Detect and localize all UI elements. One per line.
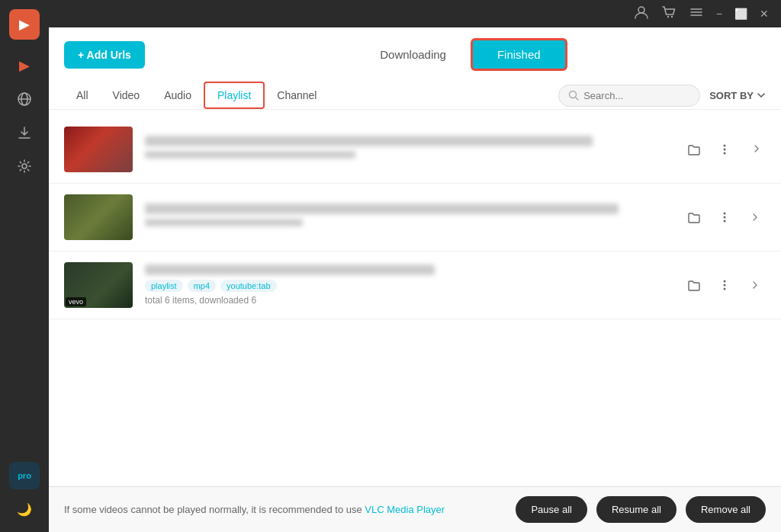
more-icon[interactable] — [714, 207, 735, 228]
sidebar-item-settings[interactable] — [11, 152, 38, 180]
filter-playlist[interactable]: Playlist — [204, 82, 265, 109]
bottom-message-text: If some videos cannot be played normally… — [64, 504, 362, 515]
add-urls-button[interactable]: + Add Urls — [64, 41, 145, 69]
item-tags: playlist mp4 youtube:tab — [145, 280, 671, 292]
app-logo[interactable]: ▶ — [9, 9, 40, 40]
svg-line-12 — [576, 98, 579, 101]
filter-audio[interactable]: Audio — [152, 83, 204, 107]
svg-point-7 — [671, 15, 673, 17]
search-container — [558, 85, 700, 107]
svg-point-21 — [724, 288, 726, 290]
expand-icon[interactable] — [744, 139, 766, 160]
svg-point-16 — [724, 213, 726, 215]
close-button[interactable]: ✕ — [760, 8, 769, 20]
sidebar-item-play[interactable]: ▶ — [11, 52, 38, 79]
content-area: + Add Urls Downloading Finished All Vide… — [49, 27, 781, 532]
filter-tabs: All Video Audio Playlist Channel — [64, 82, 329, 109]
svg-point-17 — [724, 216, 726, 219]
item-subtitle-1 — [145, 151, 355, 159]
filter-all[interactable]: All — [64, 83, 101, 107]
expand-icon[interactable] — [744, 207, 766, 228]
remove-all-button[interactable]: Remove all — [686, 496, 766, 523]
item-meta-3: total 6 items, downloaded 6 — [145, 295, 671, 306]
resume-all-button[interactable]: Resume all — [596, 496, 677, 523]
svg-point-18 — [724, 220, 726, 223]
tag-youtube: youtube:tab — [220, 280, 277, 292]
thumbnail-1 — [64, 127, 133, 172]
status-tabs: Downloading Finished — [157, 38, 766, 71]
svg-point-20 — [724, 284, 726, 287]
sidebar-item-globe[interactable] — [11, 85, 38, 113]
vlc-link[interactable]: VLC Media Player — [365, 504, 445, 515]
item-title-1 — [145, 136, 593, 146]
sort-label: SORT BY — [709, 90, 754, 101]
sidebar-item-download[interactable] — [11, 119, 38, 146]
tag-playlist: playlist — [145, 280, 183, 292]
item-actions-1 — [683, 139, 766, 160]
folder-icon[interactable] — [683, 274, 705, 296]
list-item: vevo playlist mp4 youtube:tab total 6 it… — [49, 252, 781, 319]
expand-icon[interactable] — [744, 274, 766, 296]
svg-point-4 — [22, 164, 27, 168]
bottom-bar: If some videos cannot be played normally… — [49, 486, 781, 532]
content-header: + Add Urls Downloading Finished All Vide… — [49, 27, 781, 110]
thumbnail-3: vevo — [64, 262, 133, 308]
cart-icon[interactable] — [661, 5, 677, 24]
more-icon[interactable] — [714, 139, 735, 160]
menu-icon[interactable] — [689, 5, 704, 24]
search-input[interactable] — [583, 90, 690, 101]
sidebar-item-theme[interactable]: 🌙 — [11, 495, 38, 523]
svg-point-5 — [638, 7, 644, 13]
header-top: + Add Urls Downloading Finished — [64, 38, 766, 71]
tag-mp4: mp4 — [188, 280, 216, 292]
search-icon — [568, 90, 579, 101]
svg-point-6 — [667, 15, 669, 17]
list-item — [49, 184, 781, 252]
sort-button[interactable]: SORT BY — [709, 90, 766, 101]
tab-finished[interactable]: Finished — [471, 38, 567, 71]
logo-icon: ▶ — [19, 16, 30, 33]
item-title-2 — [145, 204, 619, 214]
chevron-down-icon — [757, 91, 766, 100]
item-subtitle-2 — [145, 219, 303, 226]
filter-row: All Video Audio Playlist Channel — [64, 82, 766, 109]
thumbnail-2 — [64, 194, 133, 240]
search-sort-area: SORT BY — [558, 85, 766, 107]
item-actions-3 — [683, 274, 766, 296]
maximize-button[interactable]: ⬜ — [734, 8, 747, 20]
sidebar: ▶ ▶ pro 🌙 — [0, 0, 49, 532]
tab-downloading[interactable]: Downloading — [355, 38, 471, 71]
user-icon[interactable] — [634, 5, 649, 24]
items-list: vevo playlist mp4 youtube:tab total 6 it… — [49, 110, 781, 486]
item-info-2 — [145, 204, 671, 231]
pause-all-button[interactable]: Pause all — [516, 496, 587, 523]
thumb-label: vevo — [66, 297, 86, 306]
sidebar-bottom: pro 🌙 — [9, 462, 40, 523]
main-content: − ⬜ ✕ + Add Urls Downloading Finished Al… — [49, 0, 781, 532]
filter-channel[interactable]: Channel — [265, 83, 329, 107]
more-icon[interactable] — [714, 274, 735, 296]
pro-badge[interactable]: pro — [9, 462, 40, 489]
item-info-3: playlist mp4 youtube:tab total 6 items, … — [145, 264, 671, 306]
svg-point-19 — [724, 280, 726, 283]
svg-point-15 — [724, 152, 726, 155]
folder-icon[interactable] — [683, 139, 705, 160]
bottom-message: If some videos cannot be played normally… — [64, 504, 506, 515]
minimize-button[interactable]: − — [716, 8, 722, 20]
item-actions-2 — [683, 207, 766, 228]
item-info-1 — [145, 136, 671, 163]
filter-video[interactable]: Video — [101, 83, 153, 107]
item-title-3 — [145, 264, 435, 275]
folder-icon[interactable] — [683, 207, 705, 228]
list-item — [49, 116, 781, 184]
svg-point-13 — [724, 145, 726, 147]
svg-point-14 — [724, 149, 726, 151]
